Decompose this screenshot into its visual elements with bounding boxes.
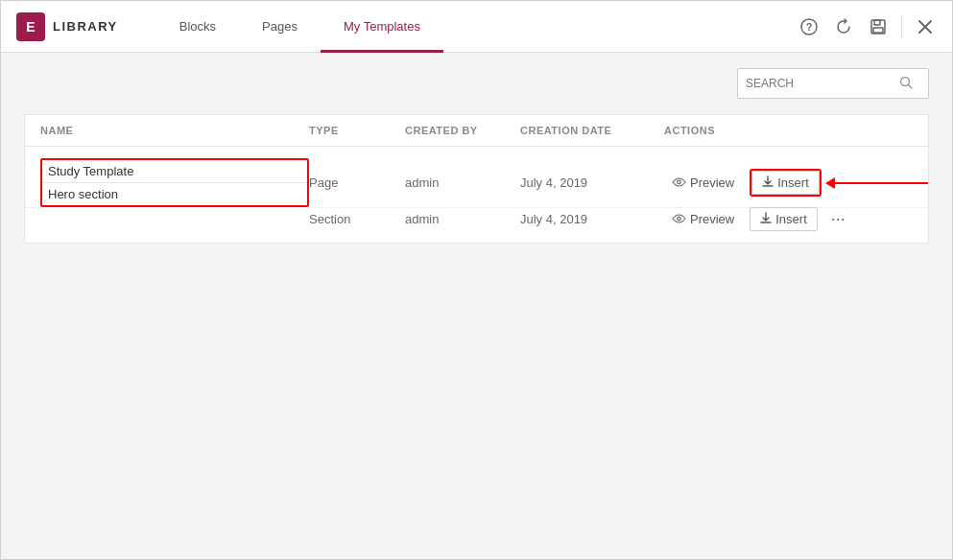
row2-type: Section	[309, 212, 405, 226]
logo-area: E LIBRARY	[16, 12, 118, 41]
content-area: NAME TYPE CREATED BY CREATION DATE ACTIO…	[1, 53, 952, 559]
logo-label: LIBRARY	[53, 19, 118, 34]
row1-date: July 4, 2019	[520, 175, 664, 190]
svg-line-8	[909, 84, 913, 88]
svg-rect-4	[873, 28, 883, 33]
header-actions: ?	[798, 15, 937, 38]
search-icon	[899, 76, 913, 92]
header-divider	[901, 15, 902, 38]
download-icon	[762, 175, 774, 190]
svg-text:?: ?	[806, 21, 813, 33]
logo-icon: E	[16, 12, 45, 41]
col-creation-date: CREATION DATE	[520, 125, 664, 136]
row2-date: July 4, 2019	[520, 212, 664, 226]
tab-pages[interactable]: Pages	[239, 2, 321, 53]
row1-preview-button[interactable]: Preview	[664, 172, 742, 194]
col-actions: ACTIONS	[664, 125, 913, 136]
col-created-by: CREATED BY	[405, 125, 520, 136]
row2-more-button[interactable]: ···	[825, 207, 851, 231]
row2-actions: Preview Insert ···	[664, 207, 913, 231]
nav-tabs: Blocks Pages My Templates	[156, 1, 798, 52]
templates-table: NAME TYPE CREATED BY CREATION DATE ACTIO…	[24, 114, 929, 244]
row2-created-by: admin	[405, 212, 520, 226]
arrow-head	[825, 177, 835, 189]
library-window: E LIBRARY Blocks Pages My Templates ?	[0, 0, 953, 560]
search-box	[737, 68, 929, 99]
search-input[interactable]	[746, 77, 899, 90]
table-row: Study Template Hero section Page admin J…	[25, 147, 928, 208]
col-name: NAME	[40, 125, 309, 136]
names-highlight-box: Study Template Hero section	[40, 158, 309, 207]
insert-arrow-annotation	[825, 177, 929, 189]
header: E LIBRARY Blocks Pages My Templates ?	[1, 1, 952, 53]
download-icon-2	[760, 212, 772, 226]
row2-insert-button[interactable]: Insert	[750, 207, 818, 231]
svg-point-9	[678, 180, 681, 184]
table-header: NAME TYPE CREATED BY CREATION DATE ACTIO…	[25, 115, 928, 147]
arrow-line	[835, 182, 929, 184]
row1-name: Study Template Hero section	[40, 158, 309, 207]
row1-actions: Preview Insert	[664, 169, 929, 197]
eye-icon	[672, 175, 686, 190]
col-type: TYPE	[309, 125, 405, 136]
save-icon[interactable]	[867, 15, 890, 38]
help-icon[interactable]: ?	[798, 15, 821, 38]
svg-rect-3	[874, 20, 880, 25]
tab-blocks[interactable]: Blocks	[156, 2, 239, 53]
table-row-2: Section admin July 4, 2019 Preview	[25, 207, 928, 243]
row1-type: Page	[309, 175, 405, 190]
row1-insert-button[interactable]: Insert	[751, 171, 820, 195]
tab-my-templates[interactable]: My Templates	[321, 2, 443, 53]
refresh-icon[interactable]	[832, 15, 855, 38]
row1-created-by: admin	[405, 175, 520, 190]
eye-icon-2	[672, 212, 686, 226]
close-icon[interactable]	[914, 15, 937, 38]
row2-preview-button[interactable]: Preview	[664, 208, 742, 230]
svg-point-11	[678, 217, 681, 221]
row1-insert-highlight-box: Insert	[750, 169, 822, 197]
search-area	[24, 68, 929, 99]
